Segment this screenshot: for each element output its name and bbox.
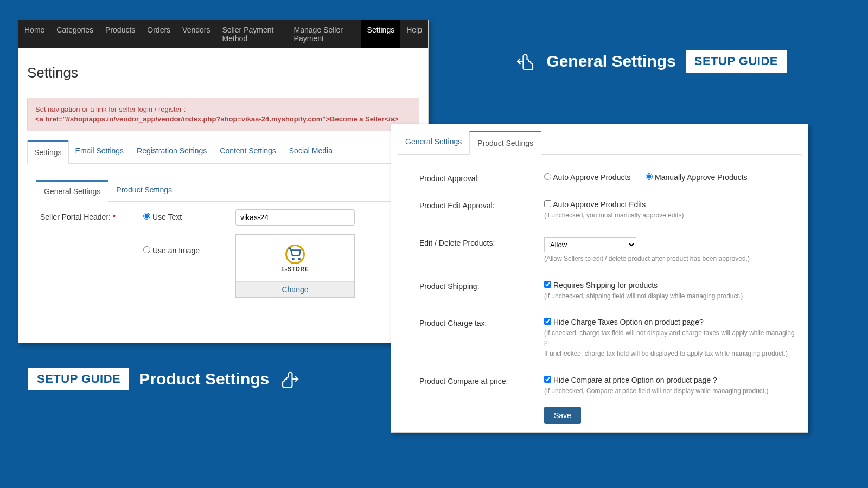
product-shipping-label: Product Shipping: (419, 281, 544, 301)
general-settings-title: General Settings (546, 52, 675, 70)
tab-general-settings-2[interactable]: General Settings (398, 131, 469, 154)
page-title: Settings (18, 48, 428, 90)
nav-home[interactable]: Home (18, 20, 50, 48)
top-nav: Home Categories Products Orders Vendors … (18, 20, 428, 48)
tab-content-settings[interactable]: Content Settings (213, 140, 283, 163)
product-approval-label: Product Approval: (419, 173, 544, 183)
nav-settings[interactable]: Settings (361, 20, 401, 48)
edit-delete-select[interactable]: Allow (544, 237, 636, 252)
alert-banner: Set navigation or a link for seller logi… (27, 98, 419, 131)
product-settings-header: SETUP GUIDE Product Settings (28, 368, 302, 390)
pointing-hand-left-icon (514, 50, 537, 73)
setup-guide-badge-2: SETUP GUIDE (28, 368, 129, 390)
product-settings-tabs: General Settings Product Settings (398, 131, 801, 155)
auto-approve-products-radio[interactable]: Auto Approve Products (544, 173, 630, 182)
subtab-general-settings[interactable]: General Settings (36, 180, 108, 202)
product-charge-tax-label: Product Charge tax: (419, 318, 544, 358)
nav-products[interactable]: Products (99, 20, 141, 48)
tax-hint-2: If unchecked, charge tax field will be d… (544, 349, 796, 358)
compare-hint: (if unchecked, Compare at price field wi… (544, 387, 796, 396)
edit-delete-products-label: Edit / Delete Products: (419, 237, 544, 264)
setup-guide-badge: SETUP GUIDE (686, 50, 787, 73)
nav-vendors[interactable]: Vendors (176, 20, 216, 48)
use-text-radio[interactable]: Use Text (143, 209, 235, 224)
product-compare-at-price-label: Product Compare at price: (419, 376, 544, 396)
manually-approve-products-radio[interactable]: Manually Approve Products (646, 173, 747, 182)
settings-subtabs: General Settings Product Settings (36, 180, 419, 202)
alert-line1: Set navigation or a link for seller logi… (35, 105, 411, 114)
header-mode-radiogroup: Use Text Use an Image (143, 209, 235, 298)
edit-approval-hint: (if unchecked, you must manually approve… (544, 211, 796, 220)
tab-registration-settings[interactable]: Registration Settings (130, 140, 213, 163)
tab-social-media[interactable]: Social Media (283, 140, 339, 163)
header-text-input[interactable] (235, 209, 355, 226)
change-image-button[interactable]: Change (236, 281, 354, 297)
auto-approve-edits-checkbox[interactable]: Auto Approve Product Edits (544, 200, 646, 209)
general-settings-header: General Settings SETUP GUIDE (514, 50, 787, 73)
tab-email-settings[interactable]: Email Settings (69, 140, 130, 163)
tab-settings[interactable]: Settings (27, 140, 69, 164)
cart-icon (285, 245, 305, 264)
settings-window: Home Categories Products Orders Vendors … (18, 20, 429, 343)
logo-preview: E-STORE (236, 235, 354, 281)
logo-text: E-STORE (281, 266, 309, 272)
nav-orders[interactable]: Orders (141, 20, 176, 48)
hide-compare-at-price-checkbox[interactable]: Hide Compare at price Option on product … (544, 376, 717, 384)
requires-shipping-checkbox[interactable]: Requires Shipping for products (544, 281, 658, 290)
nav-seller-payment-method[interactable]: Seller Payment Method (216, 20, 288, 48)
edit-delete-hint: (Allow Sellers to edit / delete product … (544, 254, 796, 264)
pointing-hand-right-icon (279, 368, 302, 390)
subtab-product-settings[interactable]: Product Settings (108, 180, 180, 201)
use-image-radio[interactable]: Use an Image (143, 243, 235, 258)
nav-help[interactable]: Help (400, 20, 428, 48)
hide-charge-taxes-checkbox[interactable]: Hide Charge Taxes Option on product page… (544, 318, 704, 326)
settings-tabs: Settings Email Settings Registration Set… (27, 140, 419, 164)
product-settings-title: Product Settings (139, 370, 269, 388)
tab-product-settings-2[interactable]: Product Settings (469, 131, 541, 155)
tax-hint-1: (If checked, charge tax field will not d… (544, 329, 796, 347)
nav-manage-seller-payment[interactable]: Manage Seller Payment (288, 20, 361, 48)
seller-portal-header-label: Seller Portal Header: * (40, 209, 143, 298)
save-button[interactable]: Save (544, 407, 581, 424)
product-edit-approval-label: Product Edit Approval: (419, 200, 544, 220)
shipping-hint: (if unchecked, shipping field will not d… (544, 292, 796, 301)
alert-line2: <a href="//shopiapps.in/vendor_app/vendo… (35, 115, 399, 123)
product-settings-window: General Settings Product Settings Produc… (391, 124, 808, 433)
header-image-uploader: E-STORE Change (235, 234, 355, 298)
nav-categories[interactable]: Categories (50, 20, 99, 48)
